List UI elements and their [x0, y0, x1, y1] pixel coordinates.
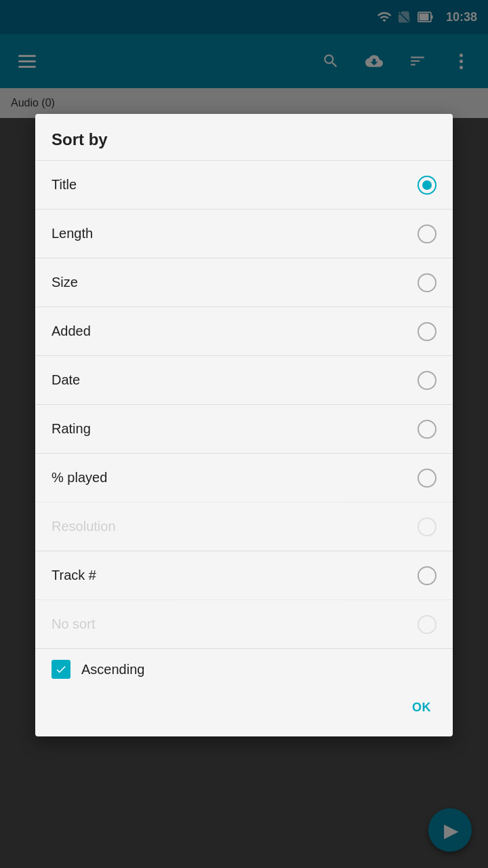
sort-percent-played-label: % played: [52, 470, 107, 486]
sort-track-label: Track #: [52, 568, 96, 583]
sort-length-label: Length: [52, 226, 93, 241]
sort-track-radio[interactable]: [418, 566, 436, 585]
dialog-actions: OK: [35, 690, 453, 731]
ascending-checkbox[interactable]: [52, 660, 70, 679]
sort-added-label: Added: [52, 323, 91, 339]
sort-rating-radio[interactable]: [418, 420, 436, 439]
sort-option-rating[interactable]: Rating: [35, 404, 453, 453]
dialog-title: Sort by: [35, 114, 453, 160]
ascending-label: Ascending: [81, 662, 144, 677]
sort-option-resolution: Resolution: [35, 502, 453, 551]
sort-percent-played-radio[interactable]: [418, 469, 436, 488]
sort-option-track[interactable]: Track #: [35, 551, 453, 599]
sort-option-title[interactable]: Title: [35, 160, 453, 209]
sort-no-sort-radio: [418, 615, 436, 634]
ok-button[interactable]: OK: [401, 695, 442, 720]
sort-title-label: Title: [52, 177, 77, 193]
sort-option-size[interactable]: Size: [35, 258, 453, 307]
sort-option-no-sort: No sort: [35, 599, 453, 648]
sort-option-length[interactable]: Length: [35, 209, 453, 258]
sort-option-date[interactable]: Date: [35, 355, 453, 404]
sort-title-radio[interactable]: [418, 176, 436, 195]
sort-option-added[interactable]: Added: [35, 307, 453, 355]
sort-length-radio[interactable]: [418, 224, 436, 243]
sort-resolution-label: Resolution: [52, 519, 116, 534]
ascending-row[interactable]: Ascending: [35, 648, 453, 690]
checkmark-icon: [55, 663, 67, 675]
sort-date-radio[interactable]: [418, 371, 436, 390]
sort-date-label: Date: [52, 372, 80, 388]
sort-size-label: Size: [52, 275, 78, 290]
sort-rating-label: Rating: [52, 421, 91, 437]
sort-no-sort-label: No sort: [52, 616, 95, 632]
sort-resolution-radio: [418, 517, 436, 536]
sort-added-radio[interactable]: [418, 322, 436, 341]
sort-option-percent-played[interactable]: % played: [35, 453, 453, 502]
sort-size-radio[interactable]: [418, 273, 436, 292]
sort-dialog: Sort by Title Length Size Added Date Rat…: [35, 114, 453, 736]
